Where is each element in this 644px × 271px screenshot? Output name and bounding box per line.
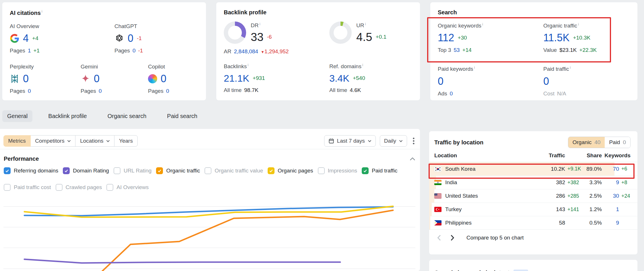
info-icon[interactable]: i <box>259 22 260 26</box>
checkbox-label: Organic pages <box>278 168 313 174</box>
pages-count[interactable]: 1 <box>28 48 31 54</box>
years-button[interactable]: Years <box>114 135 138 147</box>
info-icon[interactable]: i <box>482 22 483 26</box>
info-icon[interactable]: i <box>578 22 579 26</box>
col-share[interactable]: Share <box>577 152 602 159</box>
metric-checkbox-item[interactable]: Impressions <box>318 167 357 174</box>
panel-title: AI citationsi <box>10 9 199 16</box>
perplexity-count[interactable]: 0 <box>23 74 29 84</box>
share-value: 89.0% <box>577 166 602 172</box>
location-row[interactable]: South Korea 10.2K +9.1K 89.0% 70 +6 <box>429 162 637 176</box>
location-row[interactable]: United States 286 +285 2.5% 30 +24 <box>429 189 637 203</box>
organic-keywords-value[interactable]: 112 <box>438 33 454 43</box>
backlinks-value[interactable]: 21.1K <box>224 73 249 83</box>
more-options-kebab[interactable] <box>411 136 416 146</box>
metric-checkbox-item[interactable]: Paid traffic <box>362 167 397 174</box>
gemini-count[interactable]: 0 <box>94 74 100 84</box>
metrics-button[interactable]: Metrics <box>3 135 31 147</box>
perplexity-block: Perplexity 0 Pages0 <box>10 64 81 94</box>
checkbox[interactable] <box>362 167 369 174</box>
tab-backlink-profile[interactable]: Backlink profile <box>43 110 92 122</box>
traffic-value: 143 <box>538 206 565 213</box>
date-range-dropdown[interactable]: Last 7 days <box>324 135 376 147</box>
top3-value[interactable]: 53 <box>454 47 460 53</box>
checkbox[interactable] <box>268 167 275 174</box>
toggle-paid[interactable]: Paid0 <box>605 137 630 148</box>
gemini-block: Gemini 0 Pages0 <box>81 64 148 94</box>
toggle-organic[interactable]: Organic40 <box>568 137 605 148</box>
metric-checkbox-item[interactable]: Organic traffic <box>156 167 200 174</box>
checkbox[interactable] <box>114 167 120 174</box>
ads-value[interactable]: 0 <box>450 91 453 97</box>
paid-keywords-value[interactable]: 0 <box>438 76 443 87</box>
col-keywords[interactable]: Keywords <box>602 152 631 159</box>
paid-traffic-value[interactable]: 0 <box>543 76 549 87</box>
metric-checkbox-item[interactable]: Domain Rating <box>63 167 109 174</box>
checkbox-label: URL Rating <box>124 168 152 174</box>
checkbox[interactable] <box>63 167 70 174</box>
keywords-count[interactable]: 70 <box>602 166 619 172</box>
checkbox[interactable] <box>4 184 11 191</box>
locations-dropdown[interactable]: Locations <box>75 135 114 147</box>
ar-value[interactable]: 2,848,084 <box>234 48 258 55</box>
pages-count[interactable]: 0 <box>133 48 136 54</box>
granularity-dropdown[interactable]: Daily <box>380 135 407 147</box>
metric-checkbox-item[interactable]: Organic pages <box>268 167 313 174</box>
panel-title: Traffic by location <box>434 139 483 146</box>
ref-domains-value[interactable]: 3.4K <box>329 73 349 83</box>
share-value: 3.3% <box>577 179 602 186</box>
checkbox-label: Organic traffic value <box>215 168 263 174</box>
checkbox[interactable] <box>56 184 63 191</box>
keywords-change: +8 <box>619 180 631 186</box>
tab-organic-search[interactable]: Organic search <box>103 110 151 122</box>
organic-traffic-value[interactable]: 11.5K <box>543 33 569 43</box>
checkbox[interactable] <box>4 167 11 174</box>
compare-top5-link[interactable]: Compare top 5 on chart <box>466 235 524 241</box>
tab-general[interactable]: General <box>2 110 32 122</box>
keywords-count[interactable]: 30 <box>602 193 619 199</box>
location-row[interactable]: Turkey 143 +141 1.2% 1 <box>429 203 637 216</box>
chatgpt-count[interactable]: 0 <box>128 33 133 44</box>
info-icon[interactable]: i <box>474 65 475 70</box>
checkbox-label: Organic traffic <box>166 168 200 174</box>
metric-checkbox-item[interactable]: Organic traffic value <box>205 167 263 174</box>
backlinks-block: Backlinksi 21.1K+931 All time98.7K <box>224 63 329 93</box>
location-row[interactable]: Philippines 58 0.5% 9 <box>429 216 637 229</box>
pages-count[interactable]: 0 <box>99 88 102 94</box>
metric-checkbox-item[interactable]: AI Overviews <box>106 184 149 191</box>
performance-line-chart[interactable] <box>0 193 420 271</box>
collapse-chevron-up-icon[interactable] <box>410 157 415 161</box>
checkbox[interactable] <box>205 167 211 174</box>
metric-checkbox-item[interactable]: Paid traffic cost <box>4 184 51 191</box>
checkbox[interactable] <box>156 167 163 174</box>
keywords-count[interactable]: 9 <box>602 179 619 186</box>
country-flag-icon <box>434 166 441 172</box>
col-traffic[interactable]: Traffic <box>538 152 565 159</box>
ur-change: +0.1 <box>376 34 387 40</box>
checkbox[interactable] <box>318 167 325 174</box>
pages-count[interactable]: 0 <box>166 88 169 94</box>
pager-prev-icon[interactable] <box>437 235 441 241</box>
competitors-dropdown[interactable]: Competitors <box>30 135 75 147</box>
pages-label: Pages <box>10 48 25 54</box>
organic-traffic-change: +10.3K <box>573 35 590 41</box>
info-icon[interactable]: i <box>362 63 363 67</box>
info-icon[interactable]: i <box>365 22 366 26</box>
info-icon[interactable]: i <box>248 63 248 67</box>
metric-checkbox-item[interactable]: Referring domains <box>4 167 58 174</box>
tab-paid-search[interactable]: Paid search <box>162 110 202 122</box>
share-value: 1.2% <box>577 206 602 213</box>
copilot-count[interactable]: 0 <box>161 74 166 84</box>
keywords-count[interactable]: 1 <box>602 206 619 213</box>
metric-checkbox-item[interactable]: URL Rating <box>114 167 152 174</box>
pages-count[interactable]: 0 <box>28 88 31 94</box>
info-icon[interactable]: i <box>42 9 42 13</box>
location-row[interactable]: India 382 +382 3.3% 9 +8 <box>429 176 637 189</box>
metric-checkboxes: Referring domains Domain Rating URL Rati… <box>0 162 420 191</box>
keywords-count[interactable]: 9 <box>602 220 619 226</box>
metric-checkbox-item[interactable]: Crawled pages <box>56 184 102 191</box>
info-icon[interactable]: i <box>570 65 571 70</box>
pager-next-icon[interactable] <box>450 235 454 241</box>
checkbox[interactable] <box>106 184 113 191</box>
ai-overview-count[interactable]: 4 <box>23 33 29 44</box>
